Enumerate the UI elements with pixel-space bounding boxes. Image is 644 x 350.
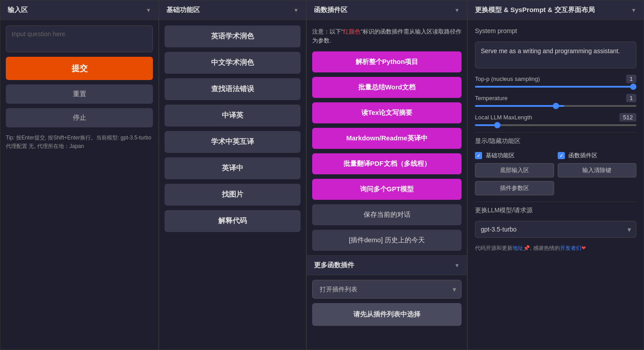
basic-btn-4[interactable]: 学术中英互译: [165, 131, 301, 153]
plugin-select-button[interactable]: 请先从插件列表中选择: [312, 303, 462, 326]
settings-panel-arrow: ▼: [631, 7, 636, 13]
model-section-label: 更换LLM模型/请求源: [475, 202, 636, 215]
model-select[interactable]: gpt-3.5-turbo: [475, 221, 636, 238]
checkbox-grid: ✓ 基础功能区 ✓ 函数插件区 底部输入区 输入清除键 插件参数区: [475, 152, 636, 195]
maxlength-slider[interactable]: [475, 124, 636, 126]
checkbox-item-3[interactable]: 输入清除键: [558, 163, 637, 177]
purple-plugin-btn-5[interactable]: 询问多个GPT模型: [312, 179, 462, 200]
sys-prompt-text[interactable]: Serve me as a writing and programming as…: [475, 42, 636, 68]
checkmark-0: ✓: [477, 153, 480, 158]
plugin-list-select[interactable]: 打开插件列表: [312, 280, 462, 299]
developers-link[interactable]: 开发者们: [560, 245, 581, 251]
checkbox-item-2[interactable]: 底部输入区: [475, 163, 554, 177]
top-p-slider[interactable]: [475, 86, 636, 88]
more-plugins-header: 更多函数插件 ▼: [307, 255, 467, 275]
purple-buttons-container: 解析整个Python项目批量总结Word文档读Tex论文写摘要Markdown/…: [312, 51, 462, 200]
basic-buttons-container: 英语学术润色中文学术润色查找语法错误中译英学术中英互译英译中找图片解释代码: [159, 20, 306, 237]
basic-btn-1[interactable]: 中文学术润色: [165, 52, 301, 74]
purple-plugin-btn-3[interactable]: Markdown/Readme英译中: [312, 128, 462, 149]
gray-plugin-btn-0[interactable]: 保存当前的对话: [312, 204, 462, 225]
sys-prompt-label: System prompt: [475, 27, 636, 34]
basic-panel-title: 基础功能区: [166, 6, 200, 14]
checkbox-label-1: 函数插件区: [568, 152, 597, 160]
top-p-label: Top-p (nucleus sampling): [475, 76, 540, 82]
checkbox-unchecked-btn-2[interactable]: 底部输入区: [475, 163, 554, 177]
checkbox-checked-0: ✓: [475, 152, 482, 159]
maxlength-value: 512: [619, 113, 636, 122]
temperature-row: Temperature 1: [475, 94, 636, 107]
checkbox-unchecked-btn-3[interactable]: 输入清除键: [558, 163, 637, 177]
plugin-select-wrapper: 打开插件列表: [312, 280, 462, 299]
input-panel-header: 输入区 ▼: [0, 0, 158, 20]
top-p-value: 1: [626, 75, 636, 83]
reset-button[interactable]: 重置: [6, 84, 153, 104]
settings-panel-header: 更换模型 & SysPrompt & 交互界面布局 ▼: [468, 0, 644, 20]
plugin-panel-header: 函数插件区 ▼: [307, 0, 467, 20]
purple-plugin-btn-4[interactable]: 批量翻译PDF文档（多线程）: [312, 153, 462, 174]
model-select-wrapper: gpt-3.5-turbo: [475, 221, 636, 238]
checkbox-unchecked-btn-4[interactable]: 插件参数区: [475, 181, 554, 195]
purple-plugin-btn-0[interactable]: 解析整个Python项目: [312, 51, 462, 72]
more-plugins-arrow: ▼: [454, 262, 460, 269]
footer-text: 代码开源和更新地址📌, 感谢热情的开发者们❤: [475, 244, 636, 253]
input-panel-title: 输入区: [8, 6, 28, 14]
notice-red: 红颜色: [343, 29, 360, 35]
basic-btn-5[interactable]: 英译中: [165, 157, 301, 179]
basic-btn-0[interactable]: 英语学术润色: [165, 25, 301, 47]
tip-text: Tip: 按Enter提交, 按Shift+Enter换行。当前模型: gpt-…: [6, 134, 153, 151]
checkbox-item-0[interactable]: ✓ 基础功能区: [475, 152, 554, 160]
purple-plugin-btn-1[interactable]: 批量总结Word文档: [312, 77, 462, 98]
settings-panel: 更换模型 & SysPrompt & 交互界面布局 ▼ System promp…: [467, 0, 644, 350]
submit-button[interactable]: 提交: [6, 57, 153, 80]
maxlength-label: Local LLM MaxLength: [475, 114, 532, 121]
basic-btn-6[interactable]: 找图片: [165, 184, 301, 206]
display-section-label: 显示/隐藏功能区: [475, 132, 636, 145]
temperature-slider[interactable]: [475, 105, 636, 107]
heart-icon: ❤: [581, 245, 586, 251]
basic-btn-3[interactable]: 中译英: [165, 105, 301, 127]
input-panel: 输入区 ▼ 提交 重置 停止 Tip: 按Enter提交, 按Shift+Ent…: [0, 0, 159, 350]
basic-btn-2[interactable]: 查找语法错误: [165, 78, 301, 100]
temperature-label: Temperature: [475, 95, 508, 101]
basic-btn-7[interactable]: 解释代码: [165, 210, 301, 232]
input-panel-arrow: ▼: [146, 7, 151, 13]
gray-plugin-buttons-container: 保存当前的对话[插件demo] 历史上的今天: [312, 204, 462, 251]
question-input[interactable]: [6, 25, 153, 52]
settings-panel-title: 更换模型 & SysPrompt & 交互界面布局: [475, 6, 595, 14]
plugin-notice: 注意：以下"红颜色"标识的函数插件需从输入区读取路径作为参数.: [312, 25, 462, 47]
address-link[interactable]: 地址: [513, 245, 523, 251]
purple-plugin-btn-2[interactable]: 读Tex论文写摘要: [312, 102, 462, 123]
more-plugins-title: 更多函数插件: [314, 261, 354, 270]
plugin-panel-arrow: ▼: [454, 7, 460, 13]
checkbox-checked-1: ✓: [558, 152, 565, 159]
basic-functions-panel: 基础功能区 ▼ 英语学术润色中文学术润色查找语法错误中译英学术中英互译英译中找图…: [159, 0, 306, 350]
checkbox-label-0: 基础功能区: [486, 152, 515, 160]
top-p-row: Top-p (nucleus sampling) 1: [475, 75, 636, 88]
checkbox-item-1[interactable]: ✓ 函数插件区: [558, 152, 637, 160]
basic-panel-arrow: ▼: [293, 7, 299, 13]
temperature-value: 1: [626, 94, 636, 102]
maxlength-row: Local LLM MaxLength 512: [475, 113, 636, 126]
checkmark-1: ✓: [559, 153, 563, 158]
stop-button[interactable]: 停止: [6, 108, 153, 127]
plugin-panel-title: 函数插件区: [314, 6, 347, 14]
basic-panel-header: 基础功能区 ▼: [159, 0, 306, 20]
gray-plugin-btn-1[interactable]: [插件demo] 历史上的今天: [312, 230, 462, 251]
plugin-panel: 函数插件区 ▼ 注意：以下"红颜色"标识的函数插件需从输入区读取路径作为参数. …: [306, 0, 467, 350]
checkbox-item-4[interactable]: 插件参数区: [475, 181, 554, 195]
